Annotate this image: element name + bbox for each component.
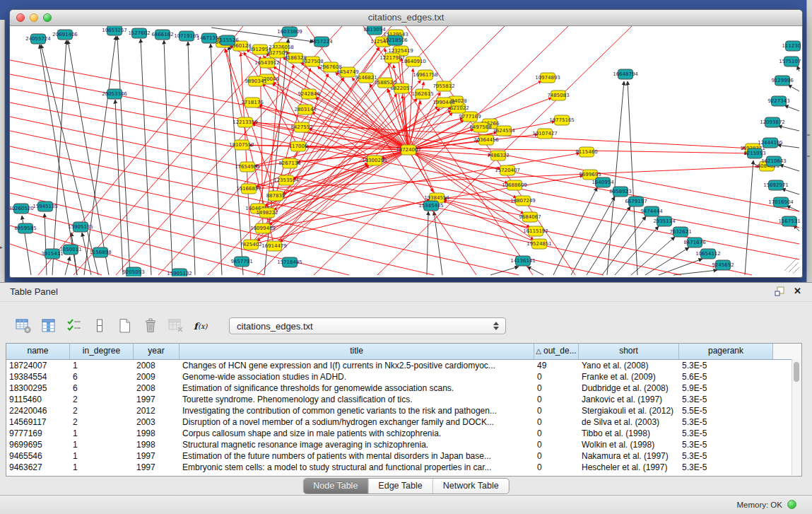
table-row[interactable]: 1456911722003Disruption of a novel membe…: [6, 416, 801, 428]
zoom-window-button[interactable]: [43, 13, 52, 22]
window-titlebar[interactable]: citations_edges.txt: [10, 10, 802, 26]
graph-node-label: 1112304: [782, 43, 801, 49]
graph-node[interactable]: 1640954: [592, 177, 614, 187]
column-header-pagerank[interactable]: pagerank: [679, 344, 773, 359]
table-row[interactable]: 969969511998Structural magnetic resonanc…: [6, 439, 801, 450]
table-row[interactable]: 2242004622012Investigating the contribut…: [6, 405, 801, 416]
column-header-title[interactable]: title: [180, 344, 534, 359]
graph-node[interactable]: 1362615: [411, 89, 433, 99]
column-header-in_degree[interactable]: in_degree: [70, 344, 134, 359]
graph-node[interactable]: 24055724: [25, 34, 51, 44]
graph-node[interactable]: 16033809: [277, 27, 302, 37]
graph-node[interactable]: 17016504: [768, 197, 794, 207]
close-panel-icon[interactable]: ✕: [794, 286, 801, 296]
close-window-button[interactable]: [16, 13, 25, 22]
graph-node[interactable]: 9457791: [230, 257, 252, 267]
graph-node[interactable]: 20691406: [52, 30, 78, 40]
table-row[interactable]: 1830029562008Estimation of significance …: [6, 382, 801, 394]
minimize-window-button[interactable]: [30, 13, 38, 22]
graph-node[interactable]: 16961758: [413, 70, 438, 80]
graph-node[interactable]: 12093872: [760, 117, 785, 127]
graph-node[interactable]: 10974893: [535, 73, 560, 83]
graph-node[interactable]: 1112304: [782, 41, 801, 51]
tab-edge-table[interactable]: Edge Table: [367, 479, 432, 493]
table-selector-dropdown[interactable]: citations_edges.txt: [229, 317, 506, 334]
float-panel-button[interactable]: [775, 286, 785, 299]
graph-node[interactable]: 1156898: [89, 247, 111, 257]
panel-collapse-caret-icon[interactable]: ▸: [0, 245, 3, 250]
create-new-table-button[interactable]: [116, 317, 134, 334]
tab-node-table[interactable]: Node Table: [303, 479, 367, 493]
row-options-button[interactable]: [90, 317, 109, 334]
delete-table-button[interactable]: [141, 317, 160, 334]
graph-node[interactable]: 15751074: [779, 57, 801, 66]
graph-node-label: 16210643: [761, 158, 787, 164]
graph-node[interactable]: 2803144: [294, 105, 317, 115]
graph-node[interactable]: 9129996: [771, 76, 794, 86]
graph-node[interactable]: 9115460: [575, 147, 597, 157]
graph-node[interactable]: 8471676: [683, 238, 706, 247]
scrollbar-thumb[interactable]: [794, 362, 799, 382]
graph-node[interactable]: 10653257: [102, 26, 127, 35]
graph-node[interactable]: 16543912: [254, 58, 280, 68]
table-row[interactable]: 946362711997Embryonic stem cells: a mode…: [6, 462, 801, 473]
network-canvas[interactable]: 1872400719384554183002951068860915720407…: [10, 26, 801, 276]
graph-node[interactable]: 18107552: [229, 140, 254, 150]
graph-node[interactable]: 16648794: [613, 69, 638, 79]
column-header-short[interactable]: short: [579, 344, 679, 359]
graph-node[interactable]: 7425402: [240, 240, 261, 250]
select-all-rows-button[interactable]: [65, 317, 83, 334]
graph-node[interactable]: 18807249: [510, 196, 536, 206]
graph-node[interactable]: 10654112: [695, 249, 721, 259]
column-header-year[interactable]: year: [134, 344, 180, 359]
graph-node[interactable]: 6466162: [151, 30, 173, 40]
vertical-scrollbar[interactable]: [792, 359, 801, 475]
table-row[interactable]: 911546021997Tourette syndrome. Phenomeno…: [6, 394, 801, 405]
graph-node[interactable]: 12353594: [273, 175, 299, 185]
table-cell: 1: [70, 360, 134, 371]
table-settings-button[interactable]: [14, 317, 33, 334]
graph-node[interactable]: 9474444: [640, 206, 663, 216]
graph-node[interactable]: 15905132: [167, 269, 192, 276]
graph-node[interactable]: 9227343: [767, 96, 789, 106]
graph-node[interactable]: 18775165: [549, 115, 575, 125]
graph-node[interactable]: 2718176: [241, 98, 264, 107]
graph-node[interactable]: 8958923: [609, 187, 631, 197]
graph-node[interactable]: 2935114: [653, 216, 676, 226]
graph-node[interactable]: 19524851: [526, 239, 552, 249]
graph-node[interactable]: 16115192: [523, 226, 548, 236]
graph-node[interactable]: 10719185: [174, 31, 199, 41]
column-header-out_de[interactable]: △out_de...: [534, 344, 579, 359]
table-row[interactable]: 946554611997Estimation of the future num…: [6, 450, 801, 462]
graph-node[interactable]: 20260520: [10, 204, 34, 214]
show-columns-button[interactable]: [40, 317, 58, 334]
graph-node[interactable]: 15905135: [68, 222, 93, 232]
graph-node[interactable]: 15945135: [33, 201, 58, 211]
table-row[interactable]: 1938455462009Genome-wide association stu…: [6, 371, 801, 382]
column-header-name[interactable]: name: [6, 344, 70, 359]
graph-node[interactable]: 7632621: [669, 227, 691, 237]
graph-node[interactable]: 12213359: [233, 117, 258, 127]
tab-network-table[interactable]: Network Table: [433, 479, 509, 493]
graph-node[interactable]: 20053346: [102, 89, 127, 99]
graph-node[interactable]: 15692971: [763, 180, 789, 190]
function-builder-button[interactable]: f (x): [192, 317, 211, 334]
graph-node[interactable]: 6679197: [625, 197, 647, 206]
graph-node[interactable]: 9205053: [122, 267, 144, 276]
graph-node[interactable]: 7857224: [310, 37, 333, 47]
table-cell: Changes of HCN gene expression and I(f) …: [180, 360, 534, 371]
graph-node[interactable]: 7955812: [433, 81, 454, 91]
graph-node-label: 18724007: [396, 147, 421, 153]
graph-node[interactable]: 7485083: [547, 90, 569, 100]
graph-node[interactable]: 1527602: [128, 28, 150, 38]
graph-node[interactable]: 9245652: [712, 260, 734, 270]
cytoscape-desktop: ▸ citations_edges.txt 187240071938455418…: [0, 0, 812, 514]
graph-node[interactable]: 887835: [266, 191, 286, 201]
table-row[interactable]: 977716911998Corpus callosum shape and si…: [6, 428, 801, 439]
graph-node[interactable]: 117006: [289, 141, 308, 151]
graph-node[interactable]: 8959585: [14, 223, 36, 233]
graph-node[interactable]: 1167531: [778, 216, 800, 226]
table-row[interactable]: 1872400712008Changes of HCN gene express…: [6, 360, 801, 371]
graph-node[interactable]: 14136141: [510, 256, 536, 266]
graph-node[interactable]: 9242848: [298, 89, 319, 99]
